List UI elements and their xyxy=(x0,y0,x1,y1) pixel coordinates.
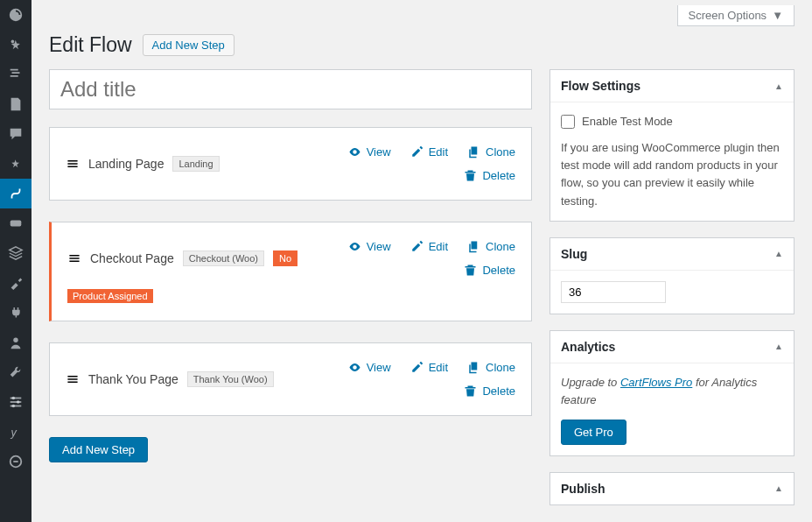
sidebar-comments[interactable] xyxy=(0,119,32,149)
screen-options-label: Screen Options xyxy=(689,9,767,22)
add-new-step-top-button[interactable]: Add New Step xyxy=(143,34,234,56)
panel-title: Publish xyxy=(561,482,606,496)
admin-sidebar: y xyxy=(0,0,32,522)
trash-icon xyxy=(464,384,477,398)
caret-up-icon: ▲ xyxy=(774,342,783,351)
view-link[interactable]: View xyxy=(348,145,391,159)
slug-input[interactable] xyxy=(561,281,666,303)
enable-test-mode-checkbox[interactable] xyxy=(561,115,575,129)
caret-up-icon: ▲ xyxy=(774,483,783,493)
clone-link[interactable]: Clone xyxy=(467,361,515,374)
svg-point-0 xyxy=(11,40,15,44)
panel-toggle-slug[interactable]: Slug ▲ xyxy=(550,238,794,271)
sidebar-dashboard[interactable] xyxy=(0,0,32,30)
clone-link[interactable]: Clone xyxy=(467,145,515,159)
flow-settings-description: If you are using WooCommerce plugin then… xyxy=(561,139,783,210)
step-card-checkout: Checkout Page Checkout (Woo) No View Edi… xyxy=(49,222,532,321)
clone-link[interactable]: Clone xyxy=(467,240,515,253)
step-card-thankyou: Thank You Page Thank You (Woo) View Edit… xyxy=(49,342,532,416)
sidebar-media[interactable] xyxy=(0,60,32,89)
caret-up-icon: ▲ xyxy=(774,81,783,91)
sidebar-plugins[interactable] xyxy=(0,298,32,328)
pencil-icon xyxy=(410,240,424,253)
step-warning-tag: No xyxy=(273,250,298,266)
view-link[interactable]: View xyxy=(348,240,391,253)
delete-link[interactable]: Delete xyxy=(464,264,515,277)
panel-analytics: Analytics ▲ Upgrade to CartFlows Pro for… xyxy=(550,330,794,456)
svg-point-2 xyxy=(13,338,18,342)
pencil-icon xyxy=(410,145,424,159)
step-name: Landing Page xyxy=(88,157,164,171)
step-type-tag: Landing xyxy=(172,156,219,172)
screen-options-toggle[interactable]: Screen Options ▼ xyxy=(677,5,794,26)
sidebar-users[interactable] xyxy=(0,328,32,357)
caret-down-icon: ▼ xyxy=(772,9,783,22)
page-title: Edit Flow xyxy=(49,33,132,57)
edit-link[interactable]: Edit xyxy=(410,145,448,159)
panel-publish: Publish ▲ xyxy=(550,472,794,505)
pencil-icon xyxy=(410,361,424,374)
panel-toggle-flow-settings[interactable]: Flow Settings ▲ xyxy=(550,70,794,102)
panel-title: Slug xyxy=(561,247,587,261)
step-type-tag: Thank You (Woo) xyxy=(187,371,274,387)
sidebar-tools[interactable] xyxy=(0,357,32,387)
eye-icon xyxy=(348,240,361,253)
svg-text:y: y xyxy=(10,427,18,439)
flow-title-input[interactable] xyxy=(50,70,531,109)
panel-title: Flow Settings xyxy=(561,79,640,93)
copy-icon xyxy=(467,361,480,374)
product-assigned-badge: Product Assigned xyxy=(67,289,153,303)
svg-point-7 xyxy=(17,400,20,404)
caret-up-icon: ▲ xyxy=(774,249,783,258)
analytics-upgrade-prefix: Upgrade to xyxy=(561,376,620,389)
panel-toggle-analytics[interactable]: Analytics ▲ xyxy=(550,331,794,363)
svg-point-8 xyxy=(12,405,16,408)
sidebar-pin[interactable] xyxy=(0,149,32,179)
sidebar-products[interactable] xyxy=(0,238,32,268)
copy-icon xyxy=(467,240,480,253)
copy-icon xyxy=(467,145,480,159)
sidebar-woo[interactable] xyxy=(0,208,32,238)
step-name: Checkout Page xyxy=(90,251,174,265)
enable-test-mode-label[interactable]: Enable Test Mode xyxy=(561,113,783,130)
step-type-tag: Checkout (Woo) xyxy=(183,250,264,266)
eye-icon xyxy=(348,361,361,374)
trash-icon xyxy=(464,169,477,182)
sidebar-settings[interactable] xyxy=(0,387,32,417)
edit-link[interactable]: Edit xyxy=(410,240,448,253)
panel-slug: Slug ▲ xyxy=(550,237,794,314)
sidebar-collapse[interactable] xyxy=(0,447,32,476)
cartflows-pro-link[interactable]: CartFlows Pro xyxy=(620,376,692,389)
sidebar-pages[interactable] xyxy=(0,89,32,119)
title-input-wrapper xyxy=(49,69,532,109)
step-name: Thank You Page xyxy=(88,372,178,386)
view-link[interactable]: View xyxy=(348,361,391,374)
svg-rect-1 xyxy=(10,220,22,226)
eye-icon xyxy=(348,145,361,159)
sidebar-seo[interactable]: y xyxy=(0,417,32,447)
drag-handle-icon[interactable] xyxy=(67,251,81,265)
sidebar-appearance[interactable] xyxy=(0,268,32,298)
get-pro-button[interactable]: Get Pro xyxy=(561,420,626,445)
sidebar-posts[interactable] xyxy=(0,30,32,60)
add-new-step-bottom-button[interactable]: Add New Step xyxy=(49,437,148,462)
panel-toggle-publish[interactable]: Publish ▲ xyxy=(550,473,794,504)
delete-link[interactable]: Delete xyxy=(464,169,515,182)
trash-icon xyxy=(464,264,477,277)
svg-point-6 xyxy=(12,397,16,400)
step-card-landing: Landing Page Landing View Edit Clone Del… xyxy=(49,127,532,201)
panel-title: Analytics xyxy=(561,340,615,354)
edit-link[interactable]: Edit xyxy=(410,361,448,374)
sidebar-cartflows[interactable] xyxy=(0,179,32,208)
drag-handle-icon[interactable] xyxy=(66,372,80,386)
drag-handle-icon[interactable] xyxy=(66,157,80,171)
delete-link[interactable]: Delete xyxy=(464,384,515,398)
panel-flow-settings: Flow Settings ▲ Enable Test Mode If you … xyxy=(550,69,794,222)
